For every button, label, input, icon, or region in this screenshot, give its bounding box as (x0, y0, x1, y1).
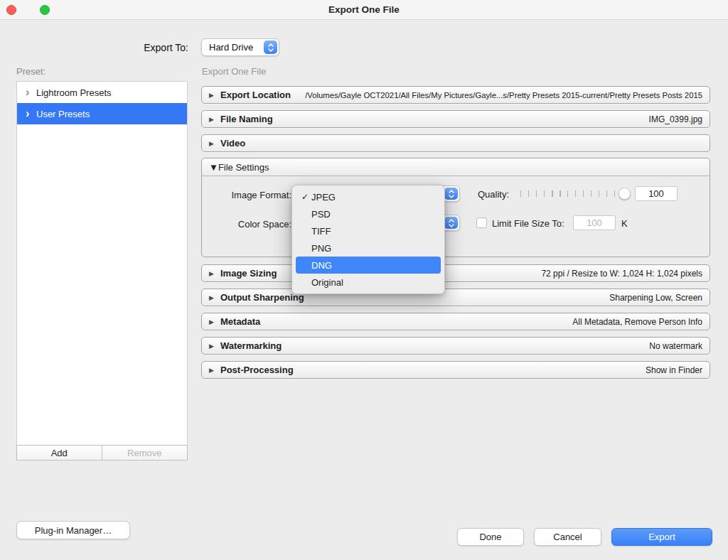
export-dialog: Export One File Export To: Hard Drive Pr… (0, 0, 728, 560)
section-title: File Naming (220, 114, 273, 124)
section-summary: Sharpening Low, Screen (609, 293, 702, 303)
disclosure-collapsed-icon: ▶ (209, 343, 220, 350)
popup-chevrons-icon (264, 41, 277, 54)
add-preset-button[interactable]: Add (16, 445, 102, 461)
preset-item-label: User Presets (36, 109, 90, 119)
export-to-label: Export To: (92, 42, 188, 53)
section-title: Video (220, 138, 245, 149)
preset-list: › Lightroom Presets › User Presets (16, 81, 188, 445)
export-to-value: Hard Drive (209, 39, 253, 55)
section-summary: Show in Finder (646, 365, 702, 375)
titlebar: Export One File (0, 0, 728, 20)
slider-ticks (520, 190, 619, 197)
slider-thumb[interactable] (619, 188, 631, 200)
menu-item-label: JPEG (311, 192, 336, 203)
menu-item-label: PSD (311, 209, 331, 220)
section-summary: All Metadata, Remove Person Info (572, 317, 702, 327)
section-summary: 72 ppi / Resize to W: 1,024 H: 1,024 pix… (541, 269, 702, 279)
disclosure-collapsed-icon: ▶ (209, 318, 220, 325)
section-metadata[interactable]: ▶ Metadata All Metadata, Remove Person I… (201, 313, 710, 330)
image-format-label: Image Format: (192, 190, 291, 200)
file-settings-header[interactable]: ▼ File Settings (202, 158, 710, 176)
disclosure-collapsed-icon: ▶ (209, 294, 220, 301)
menu-item-original[interactable]: Original (296, 274, 441, 291)
preset-buttons: Add Remove (16, 445, 188, 461)
menu-item-psd[interactable]: PSD (296, 205, 441, 222)
plugin-manager-button[interactable]: Plug-in Manager… (16, 521, 130, 539)
section-title: Watermarking (220, 340, 282, 351)
remove-preset-button: Remove (102, 445, 188, 461)
preset-item-label: Lightroom Presets (36, 87, 112, 98)
section-summary: IMG_0399.jpg (649, 114, 702, 124)
section-export-location[interactable]: ▶ Export Location /Volumes/Gayle OCT2021… (201, 86, 710, 104)
menu-item-jpeg[interactable]: ✓ JPEG (296, 188, 441, 205)
section-summary: No watermark (649, 341, 702, 351)
popup-chevrons-icon (444, 188, 458, 200)
disclosure-collapsed-icon: ▶ (209, 116, 220, 123)
menu-item-dng[interactable]: DNG (296, 257, 441, 274)
check-icon: ✓ (299, 192, 311, 202)
quality-slider[interactable] (519, 187, 631, 200)
image-format-menu: ✓ JPEG PSD TIFF PNG DNG Original (291, 185, 445, 294)
section-post-processing[interactable]: ▶ Post-Processing Show in Finder (201, 361, 710, 379)
limit-file-size-checkbox[interactable] (476, 217, 487, 228)
disclosure-collapsed-icon: ▶ (209, 270, 220, 277)
menu-item-label: PNG (311, 243, 331, 254)
menu-item-label: DNG (311, 260, 332, 271)
chevron-right-icon: › (26, 87, 36, 98)
menu-item-png[interactable]: PNG (296, 239, 441, 257)
done-button[interactable]: Done (457, 528, 524, 546)
disclosure-expanded-icon: ▼ (209, 162, 218, 173)
window-title: Export One File (0, 0, 728, 20)
export-button[interactable]: Export (611, 528, 712, 546)
preset-item-lightroom-presets[interactable]: › Lightroom Presets (17, 82, 187, 103)
quality-value-field[interactable]: 100 (635, 186, 678, 201)
disclosure-collapsed-icon: ▶ (209, 140, 220, 147)
popup-chevrons-icon (444, 217, 458, 229)
chevron-right-icon: › (26, 108, 36, 119)
menu-item-label: Original (311, 277, 343, 288)
menu-item-label: TIFF (311, 226, 331, 237)
section-watermarking[interactable]: ▶ Watermarking No watermark (201, 337, 710, 355)
export-to-popup[interactable]: Hard Drive (201, 38, 279, 56)
section-title: Export Location (220, 90, 291, 100)
preset-item-user-presets[interactable]: › User Presets (17, 103, 187, 124)
section-title: Metadata (220, 316, 260, 327)
preset-label: Preset: (16, 66, 46, 77)
section-output-sharpening[interactable]: ▶ Output Sharpening Sharpening Low, Scre… (201, 289, 710, 306)
section-title: Post-Processing (220, 365, 294, 375)
section-title: File Settings (218, 162, 269, 173)
menu-item-tiff[interactable]: TIFF (296, 222, 441, 239)
limit-file-size-label: Limit File Size To: (492, 218, 564, 229)
section-file-settings: ▼ File Settings (201, 158, 710, 257)
section-summary: /Volumes/Gayle OCT2021/All Files/My Pict… (305, 91, 702, 99)
disclosure-collapsed-icon: ▶ (209, 92, 220, 99)
disclosure-collapsed-icon: ▶ (209, 367, 220, 374)
cancel-button[interactable]: Cancel (534, 528, 601, 546)
color-space-label: Color Space: (192, 219, 291, 230)
section-title: Image Sizing (220, 268, 277, 279)
panel-header: Export One File (202, 66, 266, 77)
quality-label: Quality: (478, 189, 509, 200)
section-video[interactable]: ▶ Video (201, 134, 710, 152)
limit-unit-label: K (621, 218, 628, 229)
section-file-naming[interactable]: ▶ File Naming IMG_0399.jpg (201, 110, 710, 128)
section-title: Output Sharpening (220, 292, 304, 303)
limit-file-size-field: 100 (573, 215, 616, 230)
section-image-sizing[interactable]: ▶ Image Sizing 72 ppi / Resize to W: 1,0… (201, 264, 710, 282)
